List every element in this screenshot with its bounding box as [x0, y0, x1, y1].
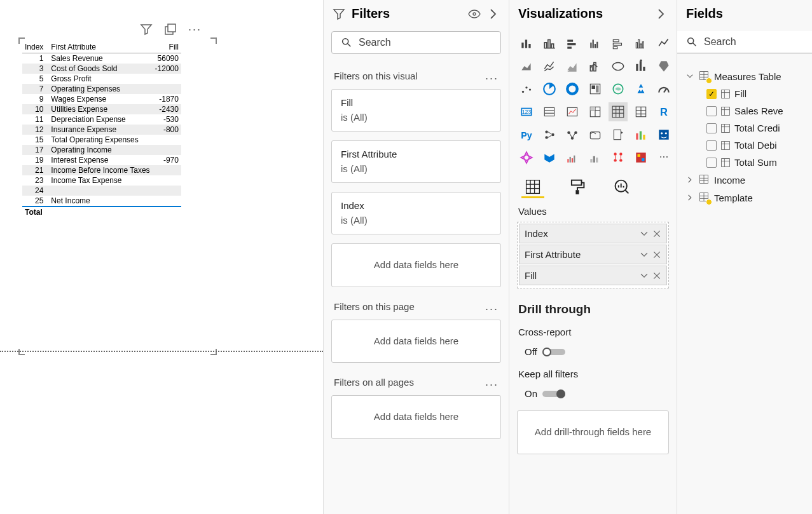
table-row[interactable]: 15Total Operating Expenses [22, 135, 181, 145]
format-tab[interactable] [564, 179, 591, 198]
column-header[interactable]: Index [22, 41, 48, 53]
viz-tile[interactable] [654, 57, 673, 76]
viz-tile[interactable] [631, 34, 650, 53]
focus-mode-icon[interactable] [164, 23, 177, 36]
viz-tile[interactable] [540, 34, 559, 53]
resize-handle[interactable] [18, 37, 25, 44]
value-pill[interactable]: First Attribute [519, 245, 667, 264]
table-node[interactable]: Income [685, 171, 804, 189]
viz-tile[interactable] [609, 148, 628, 167]
viz-tile[interactable] [563, 57, 582, 76]
table-row[interactable]: 9Wages Expense-1870 [22, 94, 181, 104]
chevron-down-icon[interactable] [640, 250, 649, 259]
table-row[interactable]: 24 [22, 186, 181, 196]
table-row[interactable]: 25Net Income [22, 196, 181, 206]
filter-card[interactable]: Indexis (All) [331, 192, 501, 234]
viz-tile[interactable] [586, 57, 605, 76]
table-row[interactable]: 1Sales Revenue56090 [22, 53, 181, 64]
viz-tile[interactable] [586, 148, 605, 167]
value-pill[interactable]: Fill [519, 266, 667, 285]
values-well[interactable]: IndexFirst AttributeFill [517, 222, 669, 288]
viz-tile[interactable] [540, 79, 559, 98]
drill-drop[interactable]: Add drill-through fields here [517, 410, 669, 454]
viz-tile[interactable]: 123 [517, 102, 536, 121]
viz-tile[interactable] [609, 57, 628, 76]
viz-tile[interactable] [517, 148, 536, 167]
table-row[interactable]: 7Operating Expenses [22, 84, 181, 94]
table-row[interactable]: 12Insurance Expense-800 [22, 125, 181, 135]
viz-tile[interactable] [586, 34, 605, 53]
viz-tile[interactable] [654, 125, 673, 144]
viz-tile[interactable] [586, 125, 605, 144]
viz-tile[interactable]: Py [517, 125, 536, 144]
viz-tile[interactable] [563, 125, 582, 144]
table-row[interactable]: 5Gross Profit [22, 74, 181, 84]
resize-handle[interactable] [210, 37, 217, 44]
remove-icon[interactable] [652, 229, 661, 238]
resize-handle[interactable] [18, 349, 25, 355]
column-header[interactable]: Fill [153, 41, 181, 53]
field-node[interactable]: Total Debi [705, 137, 804, 154]
viz-tile[interactable] [609, 125, 628, 144]
viz-tile[interactable] [540, 57, 559, 76]
field-checkbox[interactable]: ✓ [706, 89, 717, 99]
viz-tile[interactable] [540, 102, 559, 121]
viz-tile[interactable] [563, 79, 582, 98]
table-row[interactable]: 10Utilities Expense-2430 [22, 104, 181, 114]
viz-tile[interactable] [631, 125, 650, 144]
keep-filters-toggle[interactable]: On [517, 388, 565, 399]
viz-tile[interactable] [517, 34, 536, 53]
filters-search[interactable]: Search [331, 31, 501, 54]
viz-tile[interactable] [631, 102, 650, 121]
section-more-icon[interactable]: ... [485, 375, 499, 389]
visual-filter-drop[interactable]: Add data fields here [331, 243, 501, 287]
field-node[interactable]: ✓ Fill [705, 85, 804, 102]
viz-tile[interactable] [654, 34, 673, 53]
remove-icon[interactable] [652, 271, 661, 280]
viz-tile[interactable]: R [654, 102, 673, 121]
collapse-icon[interactable] [487, 8, 500, 20]
viz-tile[interactable] [609, 102, 628, 121]
viz-tile[interactable]: ··· [654, 148, 673, 167]
table-row[interactable]: 23Income Tax Expense [22, 175, 181, 186]
report-filter-drop[interactable]: Add data fields here [331, 395, 501, 439]
analytics-tab[interactable] [609, 179, 635, 198]
field-node[interactable]: Total Credi [705, 119, 804, 137]
expand-icon[interactable] [686, 71, 695, 82]
table-row[interactable]: 19Interest Expense-970 [22, 155, 181, 165]
table-node[interactable]: Template [685, 189, 804, 206]
table-visual[interactable]: IndexFirst AttributeFill 1Sales Revenue5… [22, 41, 214, 352]
table-node[interactable]: Measures Table [685, 67, 804, 85]
viz-tile[interactable] [586, 79, 605, 98]
section-more-icon[interactable]: ... [485, 69, 499, 83]
viz-tile[interactable] [609, 79, 628, 98]
visual-more-icon[interactable]: ··· [188, 23, 202, 36]
chevron-down-icon[interactable] [640, 229, 649, 238]
filter-card[interactable]: Fillis (All) [331, 89, 501, 132]
filter-card[interactable]: First Attributeis (All) [331, 140, 501, 183]
page-filter-drop[interactable]: Add data fields here [331, 320, 501, 363]
expand-icon[interactable] [686, 193, 695, 203]
fields-tab[interactable] [520, 179, 546, 198]
field-checkbox[interactable] [706, 123, 717, 133]
table-row[interactable]: 17Operating Income [22, 145, 181, 155]
preview-icon[interactable] [468, 8, 481, 20]
viz-tile[interactable] [517, 57, 536, 76]
field-node[interactable]: Total Sum [705, 154, 804, 171]
chevron-down-icon[interactable] [640, 271, 649, 280]
column-header[interactable]: First Attribute [48, 41, 152, 53]
remove-icon[interactable] [652, 250, 661, 259]
table-row[interactable]: 21Income Before Income Taxes [22, 165, 181, 175]
fields-search[interactable]: Search [677, 31, 812, 53]
viz-tile[interactable] [631, 57, 650, 76]
viz-tile[interactable] [631, 79, 650, 98]
resize-handle[interactable] [210, 349, 217, 355]
viz-tile[interactable] [609, 34, 628, 53]
field-checkbox[interactable] [706, 158, 717, 168]
viz-tile[interactable] [540, 148, 559, 167]
viz-tile[interactable] [563, 102, 582, 121]
field-node[interactable]: Sales Reve [705, 102, 804, 119]
field-checkbox[interactable] [706, 140, 717, 151]
viz-tile[interactable] [631, 148, 650, 167]
viz-tile[interactable] [540, 125, 559, 144]
